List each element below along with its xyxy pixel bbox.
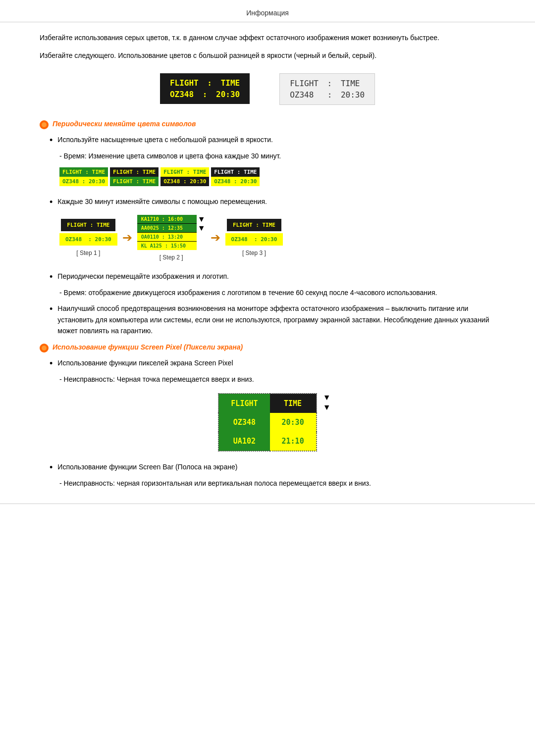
arrow-right-1: ➔ [122,231,132,245]
flight-box-dark: FLIGHT : TIME OZ348 : 20:30 [160,73,250,104]
flight-header-dark: FLIGHT : TIME [170,78,240,88]
down-arrows: ▼ ▼ [323,393,331,412]
bullet-dot-2: • [50,196,53,208]
color-box-3-data: OZ348 : 20:30 [160,177,209,186]
color-box-1-header: FLIGHT : TIME [59,167,108,177]
down-arrow-1: ▼ [323,393,331,402]
orange-circle-icon-2 [40,344,49,353]
sub-note-6: - Неисправность: черная горизонтальная и… [40,478,495,489]
color-box-3-header: FLIGHT : TIME [160,167,209,177]
pixel-table: FLIGHT TIME OZ348 20:30 UA102 21:10 [218,393,317,452]
bullet-dot-3: • [50,271,53,283]
bullet-text-4: Наилучший способ предотвращения возникно… [57,303,495,336]
flight-number-light: OZ348 [290,90,314,100]
bullet-text-3: Периодически перемещайте изображения и л… [57,271,229,283]
main-content: Избегайте использования серых цветов, т.… [0,32,535,489]
color-box-2-data: FLIGHT : TIME [110,177,159,186]
bullet-text-2: Каждые 30 минут изменяйте символы с помо… [57,196,267,208]
color-box-2-header: FLIGHT : TIME [110,167,159,177]
bullet-dot-5: • [50,357,53,370]
orange-label-1: Периодически меняйте цвета символов [53,120,196,128]
flight-label-light: FLIGHT [290,79,319,88]
step2-label: [ Step 2 ] [160,254,183,261]
step2-arrows: ▼ ▼ [198,215,206,250]
page-footer [0,504,535,514]
flight-label-dark: FLIGHT [170,78,199,88]
color-cycle-row: FLIGHT : TIME OZ348 : 20:30 FLIGHT : TIM… [59,167,495,186]
time-label-light: TIME [341,79,360,88]
page-header: Информация [0,0,535,22]
flight-data-light: OZ348 : 20:30 [290,90,365,100]
paragraph-2: Избегайте следующего. Использование цвет… [40,50,495,61]
flight-time-light: 20:30 [341,90,365,100]
step-diagram: FLIGHT : TIME OZ348 : 20:30 [ Step 1 ] ➔… [59,215,495,261]
sub-note-3: - Время: отображение движущегося изображ… [40,287,495,298]
bullet-item-6: • Использование функции Screen Bar (Поло… [40,461,495,474]
flight-data-dark: OZ348 : 20:30 [170,90,240,99]
flight-header-light: FLIGHT : TIME [290,79,365,88]
color-box-4-header: FLIGHT : TIME [211,167,260,177]
step1-label: [ Step 1 ] [76,250,100,256]
bullet-item-5: • Использование функции пикселей экрана … [40,357,495,370]
pixel-header-time: TIME [270,394,317,413]
step3-label: [ Step 3 ] [242,250,266,256]
flight-number-dark: OZ348 [170,90,194,99]
bullet-text-6: Использование функции Screen Bar (Полоса… [57,461,237,474]
step3-data: OZ348 : 20:30 [225,233,283,246]
bullet-item-1: • Используйте насыщенные цвета с небольш… [40,134,495,147]
color-box-1: FLIGHT : TIME OZ348 : 20:30 [59,167,108,186]
orange-label-2: Использование функции Screen Pixel (Пикс… [53,343,243,351]
step1-data: OZ348 : 20:30 [59,233,117,246]
pixel-row-1: OZ348 20:30 [218,413,316,432]
bullet-dot-4: • [50,303,53,336]
step-box-3: FLIGHT : TIME OZ348 : 20:30 [ Step 3 ] [225,219,283,256]
bullet-item-4: • Наилучший способ предотвращения возник… [40,303,495,336]
flight-comparison: FLIGHT : TIME OZ348 : 20:30 FLIGHT : TIM… [40,73,495,105]
color-box-1-data: OZ348 : 20:30 [59,177,108,186]
pixel-row-header: FLIGHT TIME [218,394,316,413]
bullet-dot-6: • [50,461,53,474]
pixel-header-flight: FLIGHT [218,394,269,413]
sub-note-1: - Время: Изменение цвета символов и цвет… [40,151,495,161]
time-label-dark: TIME [221,78,240,88]
step-box-1: FLIGHT : TIME OZ348 : 20:30 [ Step 1 ] [59,219,117,256]
pixel-time-1: 20:30 [270,413,317,432]
pixel-table-wrapper: FLIGHT TIME OZ348 20:30 UA102 21:10 ▼ ▼ [218,393,317,452]
flight-time-dark: 20:30 [216,90,240,99]
color-box-4-data: OZ348 : 20:30 [211,177,260,186]
pixel-row-2: UA102 21:10 [218,432,316,451]
pixel-flight-2: UA102 [218,432,269,451]
pixel-box-container: FLIGHT TIME OZ348 20:30 UA102 21:10 ▼ ▼ [40,393,495,452]
step3-header: FLIGHT : TIME [227,219,281,231]
color-box-4: FLIGHT : TIME OZ348 : 20:30 [211,167,260,186]
bullet-text-5: Использование функции пикселей экрана Sc… [57,357,233,370]
orange-bullet-2: Использование функции Screen Pixel (Пикс… [40,343,495,353]
bullet-item-2: • Каждые 30 минут изменяйте символы с по… [40,196,495,208]
step1-header: FLIGHT : TIME [61,219,115,231]
down-arrow-2: ▼ [323,403,331,412]
color-box-3: FLIGHT : TIME OZ348 : 20:30 [160,167,209,186]
flight-box-light: FLIGHT : TIME OZ348 : 20:30 [279,73,375,105]
pixel-time-2: 21:10 [270,432,317,451]
arrow-right-2: ➔ [211,231,220,245]
color-box-2: FLIGHT : TIME FLIGHT : TIME [110,167,159,186]
bullet-dot-1: • [50,134,53,147]
pixel-flight-1: OZ348 [218,413,269,432]
paragraph-1: Избегайте использования серых цветов, т.… [40,32,495,43]
sub-note-5: - Неисправность: Черная точка перемещает… [40,374,495,385]
step2-content: KA1710 : 16:00 AA0025 : 12:35 OA0110 : 1… [137,215,206,250]
bullet-item-3: • Периодически перемещайте изображения и… [40,271,495,283]
bullet-text-1: Используйте насыщенные цвета с небольшой… [57,134,273,147]
step2-multi: KA1710 : 16:00 AA0025 : 12:35 OA0110 : 1… [137,215,197,250]
header-title: Информация [246,9,289,17]
orange-circle-icon [40,120,49,129]
orange-bullet-1: Периодически меняйте цвета символов [40,120,495,129]
step-box-2: KA1710 : 16:00 AA0025 : 12:35 OA0110 : 1… [137,215,206,261]
